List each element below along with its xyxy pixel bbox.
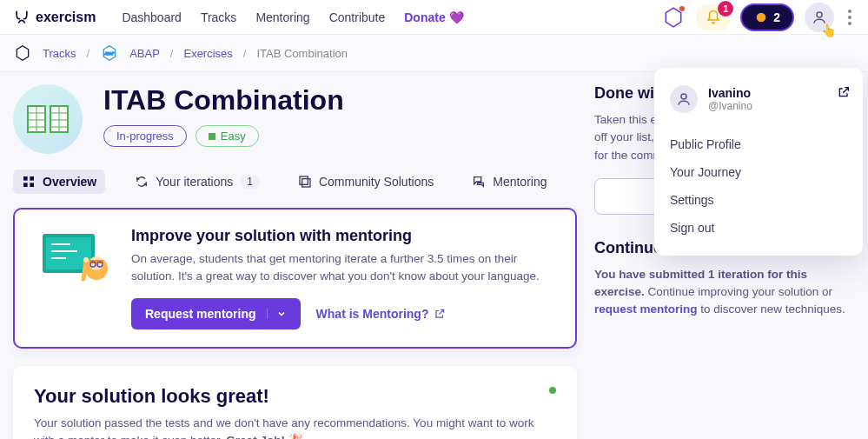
profile-dropdown: Ivanino @Ivanino Public Profile Your Jou…: [654, 68, 863, 256]
dropdown-username: Ivanino: [708, 86, 752, 100]
continue-desc: You have submitted 1 iteration for this …: [594, 266, 855, 319]
breadcrumb-sep: /: [87, 47, 90, 60]
breadcrumb-track[interactable]: ABAP: [129, 47, 160, 60]
dropdown-header: Ivanino @Ivanino: [654, 82, 863, 125]
mentor-card-title: Improve your solution with mentoring: [131, 227, 554, 245]
refresh-icon: [135, 175, 149, 189]
tab-community[interactable]: Community Solutions: [289, 170, 442, 194]
cursor-icon: 👆: [821, 23, 836, 37]
logo-text: exercism: [36, 10, 96, 25]
grid-icon: [22, 175, 36, 189]
left-column: ITAB Combination In-progress Easy Overvi…: [13, 84, 577, 439]
svg-point-1: [817, 12, 822, 17]
tab-iterations[interactable]: Your iterations 1: [126, 170, 268, 194]
tab-iterations-label: Your iterations: [156, 175, 233, 189]
dropdown-public-profile[interactable]: Public Profile: [654, 130, 863, 158]
reputation-badge[interactable]: 2: [740, 3, 794, 31]
tab-overview-label: Overview: [43, 175, 96, 189]
nav-mentoring[interactable]: Mentoring: [255, 10, 309, 24]
more-menu-button[interactable]: [845, 6, 855, 29]
svg-point-29: [83, 257, 89, 263]
notifications-button[interactable]: 1: [697, 4, 730, 30]
what-is-mentoring-link[interactable]: What is Mentoring?: [316, 307, 447, 321]
breadcrumb-current: ITAB Combination: [256, 47, 348, 60]
breadcrumb: Tracks / ABAP ABAP / Exercises / ITAB Co…: [0, 35, 868, 72]
dropdown-signout[interactable]: Sign out: [654, 214, 863, 242]
breadcrumb-sep: /: [243, 47, 247, 60]
exercise-tabs: Overview Your iterations 1 Community Sol…: [13, 170, 577, 194]
svg-rect-17: [300, 176, 308, 184]
notification-badge: 1: [718, 1, 733, 17]
solution-title: Your solution looks great!: [34, 385, 556, 408]
nav-contribute[interactable]: Contribute: [329, 10, 386, 24]
topbar-right: 1 2 👆: [660, 3, 855, 32]
svg-rect-13: [23, 176, 28, 181]
dropdown-handle: @Ivanino: [708, 100, 752, 112]
nav-donate[interactable]: Donate 💜: [404, 10, 463, 24]
svg-point-31: [681, 94, 686, 99]
solution-card: Your solution looks great! Your solution…: [13, 366, 577, 440]
solution-desc: Your solution passed the tests and we do…: [34, 415, 556, 440]
mentor-actions: Request mentoring What is Mentoring?: [131, 298, 554, 329]
tab-overview[interactable]: Overview: [13, 170, 105, 194]
svg-rect-15: [23, 183, 28, 187]
status-pills: In-progress Easy: [103, 125, 344, 147]
reputation-count: 2: [773, 10, 780, 24]
exercise-header: ITAB Combination In-progress Easy: [13, 84, 577, 154]
chat-icon: [472, 175, 486, 189]
open-profile-icon[interactable]: [837, 85, 851, 99]
request-mentoring-link[interactable]: request mentoring: [594, 303, 698, 316]
main-nav: Dashboard Tracks Mentoring Contribute Do…: [122, 10, 463, 24]
svg-text:ABAP: ABAP: [105, 51, 115, 56]
nav-dashboard[interactable]: Dashboard: [122, 10, 182, 24]
dropdown-your-journey[interactable]: Your Journey: [654, 158, 863, 186]
breadcrumb-tracks[interactable]: Tracks: [43, 47, 76, 60]
breadcrumb-exercises[interactable]: Exercises: [183, 47, 232, 60]
tab-mentoring[interactable]: Mentoring: [463, 170, 555, 194]
status-dot-icon: [549, 387, 556, 394]
nav-tracks[interactable]: Tracks: [201, 10, 236, 24]
breadcrumb-tracks-icon[interactable]: [13, 43, 32, 63]
tracks-hex-button[interactable]: [660, 4, 686, 30]
dropdown-items: Public Profile Your Journey Settings Sig…: [654, 125, 863, 242]
avatar-icon: [670, 85, 698, 113]
logo-icon: [13, 9, 30, 26]
tab-iterations-count: 1: [240, 175, 260, 189]
svg-rect-18: [302, 179, 310, 187]
profile-menu-button[interactable]: 👆: [805, 3, 834, 32]
chevron-down-icon[interactable]: [267, 309, 287, 319]
breadcrumb-sep: /: [170, 47, 174, 60]
mentoring-card: Improve your solution with mentoring On …: [13, 208, 577, 349]
mentor-card-desc: On average, students that get mentoring …: [131, 250, 554, 286]
difficulty-pill: Easy: [195, 125, 259, 147]
badge-icon: [754, 10, 768, 24]
stack-icon: [298, 175, 312, 189]
top-navbar: exercism Dashboard Tracks Mentoring Cont…: [0, 0, 868, 35]
mentor-illustration: [36, 227, 114, 292]
tab-community-label: Community Solutions: [319, 175, 434, 189]
svg-rect-16: [30, 183, 34, 187]
svg-point-0: [757, 12, 766, 22]
exercise-title: ITAB Combination: [103, 84, 344, 116]
exercise-icon: [13, 84, 83, 154]
status-pill: In-progress: [103, 125, 187, 147]
request-mentoring-label: Request mentoring: [145, 307, 256, 321]
dropdown-settings[interactable]: Settings: [654, 186, 863, 214]
external-link-icon: [434, 308, 446, 320]
main-content: ITAB Combination In-progress Easy Overvi…: [0, 72, 868, 439]
alert-dot-icon: [679, 6, 685, 11]
svg-rect-14: [30, 176, 34, 181]
what-is-mentoring-label: What is Mentoring?: [316, 307, 429, 321]
request-mentoring-button[interactable]: Request mentoring: [131, 298, 301, 329]
tab-mentoring-label: Mentoring: [493, 175, 547, 189]
breadcrumb-track-icon[interactable]: ABAP: [100, 43, 119, 63]
logo[interactable]: exercism: [13, 9, 96, 26]
